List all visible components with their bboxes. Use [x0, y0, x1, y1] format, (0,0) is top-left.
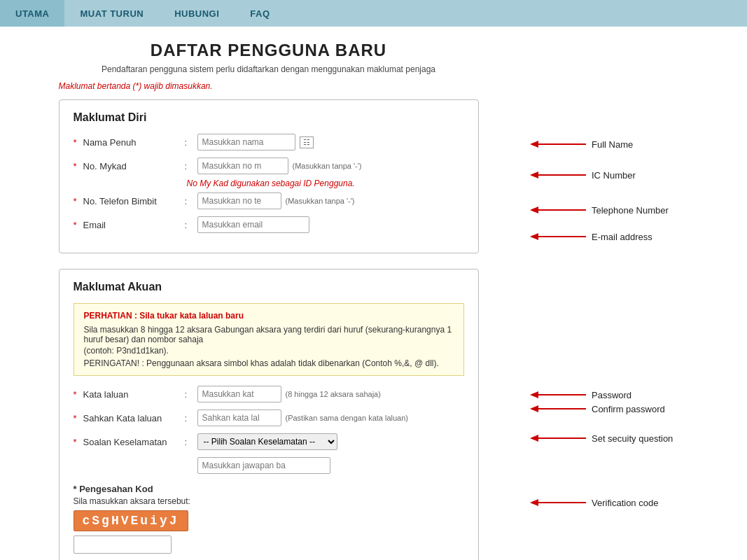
inputs-nama: ☷	[197, 134, 314, 150]
label-email: Email	[83, 220, 185, 230]
hint-telefon: (Masukkan tanpa '-')	[286, 197, 355, 205]
row-jawapan: * :	[74, 457, 464, 474]
star-soalan: *	[74, 437, 83, 447]
nav-hubungi[interactable]: HUBUNGI	[159, 0, 235, 27]
notice-body3: PERINGATAN! : Penggunaan aksara simbol k…	[84, 358, 454, 368]
annot-password-group: Password Confirm password	[530, 389, 733, 414]
annot-text-security: Set secuity question	[592, 433, 673, 444]
input-kata-laluan[interactable]	[197, 386, 281, 402]
label-sahkan: Sahkan Kata laluan	[83, 413, 185, 424]
icon-nama: ☷	[300, 136, 314, 148]
row-email: * Email :	[74, 216, 464, 233]
inputs-sahkan: (Pastikan sama dengan kata laluan)	[197, 410, 409, 426]
page-title: DAFTAR PENGGUNA BARU	[59, 41, 479, 60]
colon-soalan: :	[185, 437, 197, 447]
captcha-input[interactable]	[74, 536, 172, 554]
input-nama-penuh[interactable]	[197, 134, 295, 150]
inputs-email	[197, 216, 309, 233]
annot-text-password: Password	[592, 390, 631, 400]
annot-password: Password	[530, 389, 733, 400]
annot-text-ic: IC Number	[592, 170, 636, 181]
svg-marker-13	[530, 435, 538, 442]
star-kata: *	[74, 389, 83, 400]
inputs-soalan: -- Pilih Soalan Keselamatan --	[197, 433, 337, 450]
navbar: UTAMA MUAT TURUN HUBUNGI FAQ	[0, 0, 747, 27]
notice-box: PERHATIAN : Sila tukar kata laluan baru …	[74, 303, 464, 376]
annot-ic-number: IC Number	[530, 169, 733, 181]
captcha-sub: Sila masukkan aksara tersebut:	[74, 496, 464, 506]
hint-kata: (8 hingga 12 aksara sahaja)	[286, 390, 381, 398]
colon-telefon: :	[185, 196, 197, 206]
nav-faq[interactable]: FAQ	[235, 0, 285, 27]
annot-text-confirm-password: Confirm password	[592, 404, 665, 414]
colon-email: :	[185, 220, 197, 230]
annot-verification: Verification code	[530, 497, 733, 508]
svg-marker-11	[530, 405, 538, 412]
page-subtitle: Pendaftaran pengguna sistem perlu didaft…	[59, 64, 479, 74]
notice-body2: (contoh: P3nd1d1kan).	[84, 346, 454, 356]
notice-body1: Sila masukkan 8 hingga 12 aksara Gabunga…	[84, 325, 454, 344]
section-maklumat-diri: Maklumat Diri * Nama Penuh : ☷ * No. Myk…	[59, 99, 479, 253]
svg-marker-15	[530, 499, 538, 506]
row-nama-penuh: * Nama Penuh : ☷	[74, 134, 464, 150]
nav-muat-turun[interactable]: MUAT TURUN	[64, 0, 159, 27]
hint-mykad: (Masukkan tanpa '-')	[293, 162, 362, 170]
svg-marker-9	[530, 391, 538, 398]
input-email[interactable]	[197, 216, 309, 233]
captcha-section: * Pengesahan Kod Sila masukkan aksara te…	[74, 484, 464, 554]
row-mykad: * No. Mykad : (Masukkan tanpa '-')	[74, 158, 464, 174]
input-telefon[interactable]	[197, 192, 281, 209]
label-soalan: Soalan Keselamatan	[83, 437, 185, 447]
required-notice: Maklumat bertanda (*) wajib dimasukkan.	[59, 81, 479, 91]
input-mykad[interactable]	[197, 158, 288, 174]
input-sahkan[interactable]	[197, 410, 281, 426]
colon-sahkan: :	[185, 413, 197, 424]
row-soalan: * Soalan Keselamatan : -- Pilih Soalan K…	[74, 433, 464, 450]
label-mykad: No. Mykad	[83, 161, 185, 172]
svg-marker-3	[530, 172, 538, 178]
inputs-mykad: (Masukkan tanpa '-')	[197, 158, 362, 174]
row-sahkan: * Sahkan Kata laluan : (Pastikan sama de…	[74, 410, 464, 426]
svg-marker-1	[530, 141, 538, 148]
row-kata-laluan: * Kata laluan : (8 hingga 12 aksara saha…	[74, 386, 464, 402]
captcha-label: * Pengesahan Kod	[74, 484, 464, 494]
label-kata: Kata laluan	[83, 389, 185, 400]
colon-kata: :	[185, 389, 197, 400]
annot-security: Set secuity question	[530, 433, 733, 444]
section-diri-title: Maklumat Diri	[74, 111, 464, 124]
annot-text-telephone: Telephone Number	[592, 205, 669, 216]
select-soalan[interactable]: -- Pilih Soalan Keselamatan --	[197, 433, 337, 450]
annot-full-name: Full Name	[530, 139, 733, 150]
inputs-kata: (8 hingga 12 aksara sahaja)	[197, 386, 381, 402]
nav-utama[interactable]: UTAMA	[0, 0, 64, 27]
svg-marker-5	[530, 206, 538, 214]
svg-marker-7	[530, 233, 538, 240]
input-jawapan[interactable]	[197, 457, 330, 474]
label-nama: Nama Penuh	[83, 137, 185, 148]
annot-confirm-password: Confirm password	[530, 403, 733, 414]
star-sahkan: *	[74, 413, 83, 424]
inputs-telefon: (Masukkan tanpa '-')	[197, 192, 355, 209]
section-akuan-title: Maklumat Akuan	[74, 281, 464, 293]
hint-sahkan: (Pastikan sama dengan kata laluan)	[286, 414, 409, 422]
star-email: *	[74, 220, 83, 230]
annot-text-verification: Verification code	[592, 498, 658, 508]
annot-text-full-name: Full Name	[592, 139, 633, 150]
star-nama: *	[74, 137, 83, 148]
captcha-image: cSgHVEuiyJ	[74, 510, 188, 531]
inputs-jawapan	[197, 457, 330, 474]
row-telefon: * No. Telefon Bimbit : (Masukkan tanpa '…	[74, 192, 464, 209]
annot-email: E-mail address	[530, 231, 733, 242]
notice-title: PERHATIAN : Sila tukar kata laluan baru	[84, 311, 454, 321]
colon-mykad: :	[185, 161, 197, 172]
colon-nama: :	[185, 137, 197, 148]
star-mykad: *	[74, 161, 83, 172]
ic-error-msg: No My Kad digunakan sebagai ID Pengguna.	[187, 178, 464, 188]
label-telefon: No. Telefon Bimbit	[83, 196, 185, 206]
annot-telephone: Telephone Number	[530, 204, 733, 216]
star-telefon: *	[74, 196, 83, 206]
annot-text-email: E-mail address	[592, 232, 652, 242]
section-maklumat-akuan: Maklumat Akuan PERHATIAN : Sila tukar ka…	[59, 269, 479, 560]
